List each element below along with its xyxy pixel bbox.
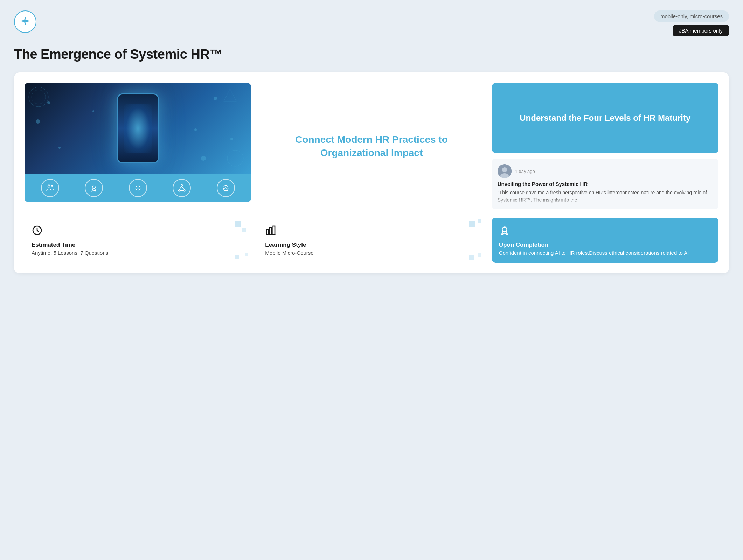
page-title: The Emergence of Systemic HR™: [14, 47, 729, 62]
svg-point-1: [29, 87, 48, 107]
review-text: "This course gave me a fresh perspective…: [498, 189, 713, 204]
handshake-icon: [217, 179, 235, 197]
review-card: 1 day ago Unveiling the Power of Systemi…: [492, 159, 718, 209]
avatar: [498, 164, 512, 178]
time-value: Anytime, 5 Lessons, 7 Questions: [32, 250, 244, 256]
course-image: [25, 83, 251, 174]
badge-members: JBA members only: [673, 25, 729, 36]
svg-marker-4: [224, 89, 236, 102]
learning-style-card: Learning Style Mobile Micro-Course: [258, 218, 485, 263]
estimated-time-card: Estimated Time Anytime, 5 Lessons, 7 Que…: [25, 218, 251, 263]
svg-point-10: [181, 184, 182, 186]
style-label: Learning Style: [265, 241, 478, 248]
clock-icon: [32, 225, 244, 237]
medal-icon: [499, 225, 711, 237]
review-title: Unveiling the Power of Systemic HR: [498, 181, 713, 187]
svg-point-7: [92, 186, 96, 189]
svg-point-24: [502, 227, 507, 232]
svg-point-5: [48, 185, 50, 187]
svg-point-6: [51, 185, 53, 187]
main-card: Connect Modern HR Practices to Organizat…: [14, 72, 729, 273]
maturity-card: Understand the Four Levels of HR Maturit…: [492, 83, 718, 153]
svg-line-13: [179, 186, 182, 190]
completion-label: Upon Completion: [499, 241, 711, 248]
reviewer-row: 1 day ago: [498, 164, 713, 178]
left-column: [25, 83, 251, 209]
certificate-icon: [85, 179, 103, 197]
svg-point-3: [227, 150, 243, 166]
svg-point-17: [502, 167, 507, 172]
review-time: 1 day ago: [515, 169, 535, 174]
network-icon: [173, 179, 191, 197]
time-label: Estimated Time: [32, 241, 244, 248]
style-value: Mobile Micro-Course: [265, 250, 478, 256]
badge-mobile: mobile-only, micro-courses: [654, 10, 729, 22]
chart-icon: [265, 225, 478, 237]
maturity-title: Understand the Four Levels of HR Maturit…: [520, 112, 690, 124]
sparkle-icon: [20, 16, 31, 27]
connect-text: Connect Modern HR Practices to Organizat…: [265, 133, 478, 160]
completion-card: Upon Completion Confident in connecting …: [492, 218, 718, 263]
svg-rect-20: [266, 229, 268, 234]
completion-value: Confident in connecting AI to HR roles,D…: [499, 250, 711, 256]
svg-point-12: [183, 190, 185, 191]
svg-point-11: [178, 190, 180, 191]
top-grid: Connect Modern HR Practices to Organizat…: [25, 83, 718, 209]
bottom-grid: Estimated Time Anytime, 5 Lessons, 7 Que…: [25, 218, 718, 263]
svg-point-0: [25, 20, 26, 22]
middle-column: Connect Modern HR Practices to Organizat…: [258, 83, 485, 209]
logo[interactable]: [14, 10, 36, 33]
svg-rect-22: [273, 226, 275, 234]
right-column: Understand the Four Levels of HR Maturit…: [492, 83, 718, 209]
svg-rect-21: [270, 227, 272, 234]
icons-bar: [25, 174, 251, 202]
svg-point-2: [32, 90, 46, 104]
svg-point-8: [137, 187, 139, 189]
phone-mockup: [117, 93, 159, 163]
header: mobile-only, micro-courses JBA members o…: [14, 10, 729, 36]
people-icon: [41, 179, 59, 197]
badge-group: mobile-only, micro-courses JBA members o…: [654, 10, 729, 36]
svg-line-14: [182, 186, 185, 190]
brain-icon: [129, 179, 147, 197]
